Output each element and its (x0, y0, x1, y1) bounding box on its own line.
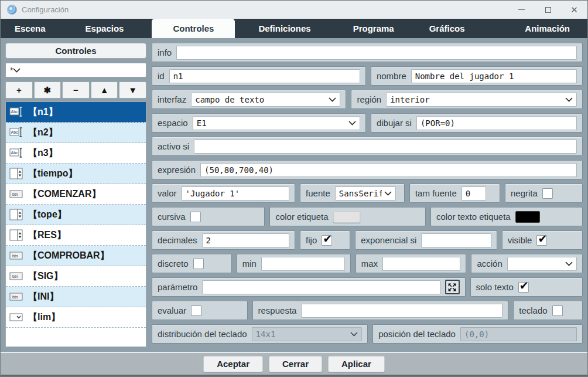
window-controls: ✕ (508, 1, 587, 19)
expresion-input[interactable] (200, 163, 577, 177)
info-label: info (158, 47, 172, 57)
field-evaluar: evaluar (152, 301, 248, 320)
tab-definiciones[interactable]: Definiciones (251, 19, 317, 38)
cerrar-button[interactable]: Cerrar (269, 356, 322, 372)
color-etiqueta-swatch[interactable] (333, 211, 360, 223)
posicion-teclado-label: posición del teclado (378, 329, 456, 339)
list-item-sig[interactable]: btn 【SIG】 (6, 266, 146, 287)
list-item-lim[interactable]: 【lim】 (6, 307, 146, 328)
valor-input[interactable] (182, 186, 290, 201)
parametro-expand-button[interactable] (445, 280, 460, 294)
interfaz-select[interactable]: campo de texto (191, 93, 340, 107)
chevron-down-icon (384, 191, 392, 196)
dibujar-si-input[interactable] (416, 116, 577, 130)
aceptar-button[interactable]: Aceptar (203, 356, 263, 372)
color-texto-etiqueta-swatch[interactable] (515, 211, 540, 223)
control-label: 【INI】 (28, 291, 59, 303)
info-input[interactable] (176, 46, 577, 60)
list-item-ini[interactable]: btn 【INI】 (6, 287, 146, 307)
add-control-button[interactable]: + (5, 81, 33, 99)
nombre-input[interactable] (411, 69, 577, 83)
content-area: Controles * + ✱ − ▲ ▼ Abc 【n1】 Abc 【n2】 (1, 38, 587, 353)
parametro-input[interactable] (202, 280, 440, 294)
activo-si-label: activo si (158, 141, 189, 151)
decimales-input[interactable] (202, 233, 290, 247)
field-dibujar-si: dibujar si (371, 113, 583, 133)
list-item-comprobar[interactable]: btn 【COMPROBAR】 (6, 246, 146, 266)
svg-text:btn: btn (12, 192, 18, 196)
field-region: región interior (351, 90, 583, 109)
chevron-down-icon (565, 97, 573, 102)
interfaz-label: interfaz (158, 94, 186, 104)
chevron-down-icon (329, 97, 336, 102)
espacio-select[interactable]: E1 (193, 116, 360, 130)
visible-checkbox[interactable]: ✔ (536, 235, 547, 246)
tab-controles[interactable]: Controles (152, 19, 235, 38)
max-input[interactable] (382, 257, 460, 271)
list-item-tiempo[interactable]: 【tiempo】 (6, 164, 146, 184)
id-input[interactable] (169, 69, 360, 83)
evaluar-label: evaluar (158, 305, 186, 315)
tab-espacios[interactable]: Espacios (78, 19, 131, 38)
aplicar-button[interactable]: Aplicar (328, 356, 385, 372)
respuesta-input[interactable] (301, 304, 502, 318)
tam-fuente-input[interactable] (461, 186, 486, 201)
fuente-select[interactable]: SansSerif (335, 186, 396, 201)
tab-graficos[interactable]: Gráficos (422, 19, 472, 38)
field-activo-si: activo si (152, 137, 583, 156)
field-posicion-teclado: posición del teclado (372, 324, 583, 344)
field-parametro: parámetro (152, 277, 466, 297)
control-label: 【tiempo】 (28, 168, 77, 180)
min-label: min (242, 259, 257, 269)
control-label: 【COMENZAR】 (28, 188, 101, 201)
respuesta-label: respuesta (258, 305, 297, 315)
control-filter-select[interactable]: * (5, 63, 146, 77)
chevron-down-icon (348, 121, 356, 125)
field-espacio: espacio E1 (152, 113, 366, 133)
field-valor: valor (152, 184, 295, 203)
tab-animacion[interactable]: Animación (518, 19, 577, 38)
field-tam-fuente: tam fuente (409, 184, 500, 203)
svg-text:Abc: Abc (11, 110, 19, 114)
tab-programa[interactable]: Programa (346, 19, 401, 38)
move-up-button[interactable]: ▲ (91, 81, 118, 99)
close-button[interactable]: ✕ (561, 1, 587, 19)
window-bottom-border (1, 375, 587, 376)
solo-texto-checkbox[interactable]: ✔ (518, 282, 529, 293)
move-down-button[interactable]: ▼ (119, 81, 146, 99)
tab-escena[interactable]: Escena (8, 19, 53, 38)
list-item-n2[interactable]: Abc 【n2】 (6, 123, 146, 143)
list-item-n1[interactable]: Abc 【n1】 (6, 102, 146, 123)
button-icon: btn (9, 270, 23, 282)
field-fijo: fijo ✔ (300, 230, 350, 250)
cursiva-checkbox[interactable] (190, 212, 201, 222)
list-item-comenzar[interactable]: btn 【COMENZAR】 (6, 184, 146, 205)
maximize-button[interactable] (535, 1, 561, 19)
fuente-label: fuente (306, 188, 330, 198)
expand-arrows-icon (447, 283, 457, 292)
field-cursiva: cursiva (152, 207, 265, 226)
negrita-checkbox[interactable] (542, 188, 553, 199)
button-icon: btn (9, 291, 23, 303)
list-item-tope[interactable]: 【tope】 (6, 205, 146, 225)
evaluar-checkbox[interactable] (191, 305, 201, 316)
teclado-checkbox[interactable] (552, 305, 563, 316)
cursiva-label: cursiva (158, 212, 186, 222)
fijo-label: fijo (306, 235, 317, 245)
field-decimales: decimales (152, 230, 295, 250)
discreto-checkbox[interactable] (193, 259, 204, 269)
duplicate-control-button[interactable]: ✱ (34, 81, 61, 99)
region-value: interior (390, 95, 563, 104)
list-item-res[interactable]: 【RES】 (6, 225, 146, 246)
exponencial-si-input[interactable] (421, 233, 491, 247)
control-properties-panel: info id nombre interfaz campo (152, 43, 583, 347)
field-teclado: teclado (513, 301, 583, 320)
region-select[interactable]: interior (386, 93, 577, 107)
fijo-checkbox[interactable]: ✔ (322, 235, 332, 246)
list-item-n3[interactable]: Abc 【n3】 (6, 143, 146, 164)
accion-select[interactable] (507, 257, 577, 271)
remove-control-button[interactable]: − (62, 81, 90, 99)
activo-si-input[interactable] (194, 140, 577, 154)
minimize-button[interactable] (508, 1, 535, 19)
min-input[interactable] (261, 257, 345, 271)
